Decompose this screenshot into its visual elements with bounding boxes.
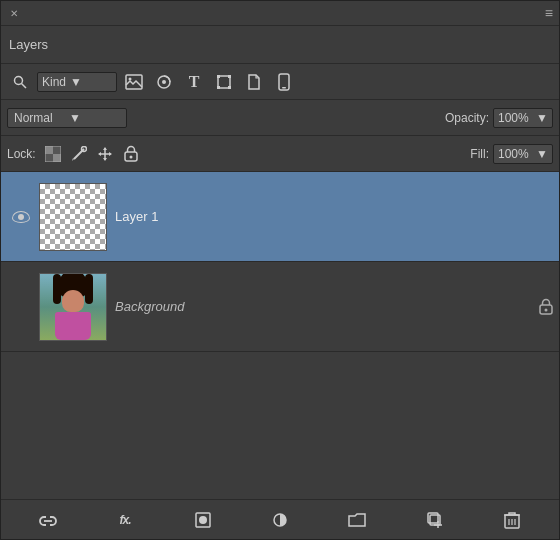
fill-group: Fill: 100% ▼ — [470, 144, 553, 164]
svg-rect-16 — [45, 154, 53, 162]
device-filter-icon[interactable] — [271, 70, 297, 94]
layers-panel: ✕ ≡ Layers Kind ▼ T — [0, 0, 560, 540]
blend-chevron-icon: ▼ — [69, 111, 120, 125]
svg-marker-22 — [103, 147, 107, 150]
svg-marker-25 — [109, 152, 112, 156]
lock-bar: Lock: Fill: 100% ▼ — [1, 136, 559, 172]
layer-name: Background — [115, 299, 539, 314]
svg-point-0 — [15, 76, 23, 84]
image-filter-icon[interactable] — [121, 70, 147, 94]
svg-marker-24 — [98, 152, 101, 156]
text-filter-icon[interactable]: T — [181, 70, 207, 94]
svg-rect-10 — [228, 86, 231, 89]
blend-mode-select[interactable]: Normal ▼ — [7, 108, 127, 128]
bottom-toolbar: fx. — [1, 499, 559, 539]
fill-chevron-icon: ▼ — [533, 147, 548, 161]
panel-title: Layers — [9, 37, 48, 52]
new-layer-button[interactable] — [420, 506, 450, 534]
filter-bar: Kind ▼ T — [1, 64, 559, 100]
opacity-chevron-icon: ▼ — [533, 111, 548, 125]
kind-filter-select[interactable]: Kind ▼ — [37, 72, 117, 92]
lock-all-button[interactable] — [120, 143, 142, 165]
layer-row[interactable]: Background — [1, 262, 559, 352]
svg-rect-8 — [228, 75, 231, 78]
opacity-input[interactable]: 100% ▼ — [493, 108, 553, 128]
svg-rect-14 — [53, 154, 61, 162]
svg-point-27 — [129, 156, 132, 159]
panel-menu-button[interactable]: ≡ — [545, 5, 553, 21]
transparent-preview — [40, 184, 106, 250]
transform-filter-icon[interactable] — [211, 70, 237, 94]
svg-rect-7 — [217, 75, 220, 78]
svg-point-5 — [162, 80, 166, 84]
eye-placeholder — [7, 293, 35, 321]
svg-line-1 — [22, 83, 27, 88]
svg-rect-12 — [282, 87, 286, 89]
close-icon[interactable]: ✕ — [7, 6, 21, 20]
fx-label: fx. — [120, 513, 131, 527]
svg-rect-15 — [53, 146, 61, 154]
svg-rect-9 — [217, 86, 220, 89]
add-mask-button[interactable] — [188, 506, 218, 534]
fill-label: Fill: — [470, 147, 489, 161]
svg-point-32 — [199, 516, 207, 524]
add-adjustment-button[interactable] — [265, 506, 295, 534]
layer-thumbnail — [39, 273, 107, 341]
panel-header: Layers — [1, 26, 559, 64]
chevron-down-icon: ▼ — [70, 75, 82, 89]
opacity-label: Opacity: — [445, 111, 489, 125]
svg-marker-23 — [103, 158, 107, 161]
eye-icon — [12, 211, 30, 223]
new-group-button[interactable] — [342, 506, 372, 534]
fill-input[interactable]: 100% ▼ — [493, 144, 553, 164]
svg-point-29 — [545, 309, 548, 312]
opacity-group: Opacity: 100% ▼ — [445, 108, 553, 128]
svg-rect-13 — [45, 146, 53, 154]
layer-locked-icon — [539, 298, 553, 315]
layer-thumbnail — [39, 183, 107, 251]
layer-visibility-button[interactable] — [7, 203, 35, 231]
layer-row[interactable]: Layer 1 — [1, 172, 559, 262]
photo-preview — [40, 274, 106, 340]
lock-position-button[interactable] — [94, 143, 116, 165]
blend-bar: Normal ▼ Opacity: 100% ▼ — [1, 100, 559, 136]
lock-label: Lock: — [7, 147, 36, 161]
fx-button[interactable]: fx. — [110, 506, 140, 534]
document-filter-icon[interactable] — [241, 70, 267, 94]
lock-pixels-button[interactable] — [68, 143, 90, 165]
lock-transparent-button[interactable] — [42, 143, 64, 165]
link-layers-button[interactable] — [33, 506, 63, 534]
delete-layer-button[interactable] — [497, 506, 527, 534]
circle-filter-icon[interactable] — [151, 70, 177, 94]
layer-name: Layer 1 — [115, 209, 553, 224]
layers-list: Layer 1 — [1, 172, 559, 499]
title-bar: ✕ ≡ — [1, 1, 559, 26]
search-icon — [7, 70, 33, 94]
